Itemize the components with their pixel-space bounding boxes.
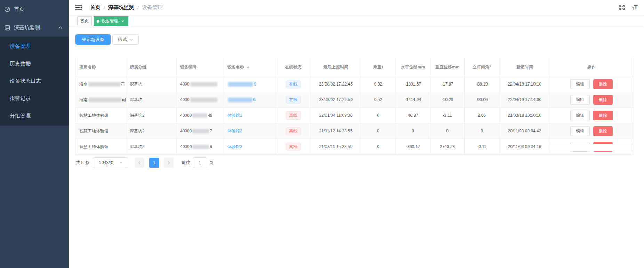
monitor-icon xyxy=(5,25,10,31)
redacted-blur xyxy=(192,129,209,133)
cell-text: 40000 xyxy=(180,144,192,149)
sidebar-item-device-status-log[interactable]: 设备状态日志 xyxy=(0,72,69,90)
cell-actions: 编辑删除 xyxy=(550,76,633,92)
cell-group: 深基坑2 xyxy=(126,108,177,123)
cell-text: 4000 xyxy=(180,97,190,102)
cell-project: 海南司 xyxy=(76,92,126,108)
dashboard-icon xyxy=(5,7,10,12)
edit-button[interactable]: 编辑 xyxy=(570,79,590,89)
cell-h_disp: 46.37 xyxy=(396,108,430,123)
sort-caret-icons[interactable] xyxy=(246,65,249,70)
cell-reg_time: 22/04/19 17:14:30 xyxy=(499,92,550,108)
total-count-label: 共 5 条 xyxy=(75,160,89,166)
goto-label: 前往 xyxy=(181,160,190,166)
redacted-blur xyxy=(190,98,217,102)
redacted-blur xyxy=(190,82,217,87)
filter-button[interactable]: 筛选 xyxy=(112,34,139,45)
chevron-down-icon xyxy=(119,162,123,164)
page-number-1[interactable]: 1 xyxy=(149,158,159,168)
cell-text: 7 xyxy=(210,129,212,133)
col-header-last-report: 最后上报时间 xyxy=(311,58,361,76)
device-name-link[interactable]: 6 xyxy=(227,97,256,102)
sidebar-item-history-data[interactable]: 历史数据 xyxy=(0,55,69,72)
cell-text: 6 xyxy=(253,97,256,102)
col-header-device-name[interactable]: 设备名称 xyxy=(224,58,276,76)
cell-h_disp: -1391.67 xyxy=(396,76,430,92)
col-header-tilt: 立杆倾角° xyxy=(465,58,499,76)
cell-v_disp: -3.11 xyxy=(430,108,465,123)
edit-button[interactable]: 编辑 xyxy=(570,111,590,120)
redacted-blur xyxy=(88,82,120,87)
cell-last_report: 22/01/04 11:09:36 xyxy=(311,108,361,123)
tag-home[interactable]: 首页 xyxy=(77,16,92,26)
col-header-weight: 承重t xyxy=(361,58,396,76)
delete-button[interactable]: 删除 xyxy=(593,79,613,89)
tag-device-mgmt[interactable]: 设备管理 × xyxy=(94,16,128,26)
table-row: 智慧工地体验馆深基坑2400006体验馆3离线21/08/11 15:38:59… xyxy=(76,139,633,155)
cell-status: 离线 xyxy=(276,139,311,155)
register-device-button[interactable]: 登记新设备 xyxy=(75,34,111,45)
sidebar-item-label: 首页 xyxy=(14,6,24,13)
fullscreen-icon[interactable] xyxy=(619,4,625,11)
edit-button[interactable]: 编辑 xyxy=(570,95,590,105)
device-name-link[interactable]: 体验馆2 xyxy=(227,129,242,133)
cell-device_no: 4000 xyxy=(177,76,224,92)
sidebar-item-device-mgmt[interactable]: 设备管理 xyxy=(0,38,69,55)
cell-group: 深基坑 xyxy=(126,76,177,92)
cell-group: 深基坑 xyxy=(126,92,177,108)
col-header-h-disp: 水平位移mm xyxy=(396,58,430,76)
cell-device_no: 4000048 xyxy=(177,108,224,123)
cell-device_name: 体验馆3 xyxy=(224,139,276,155)
delete-button[interactable]: 删除 xyxy=(593,126,613,136)
hamburger-icon[interactable] xyxy=(75,4,82,11)
cell-tilt: 2.66 xyxy=(465,108,499,123)
cell-reg_time: 22/04/19 17:10:10 xyxy=(499,76,550,92)
breadcrumb-deep-pit-monitor[interactable]: 深基坑监测 xyxy=(108,4,134,11)
device-name-link[interactable]: 9 xyxy=(227,82,256,87)
fixed-column-clip xyxy=(550,144,633,151)
cell-last_report: 23/08/02 17:22:45 xyxy=(311,76,361,92)
status-tag-offline: 离线 xyxy=(286,111,301,120)
cell-h_disp: -1414.94 xyxy=(396,92,430,108)
font-size-icon[interactable]: TT xyxy=(632,5,638,10)
sidebar-item-deep-pit-monitor[interactable]: 深基坑监测 xyxy=(0,18,69,37)
edit-button[interactable]: 编辑 xyxy=(570,126,590,136)
cell-text: 司 xyxy=(121,82,125,87)
page-size-select[interactable]: 10条/页 xyxy=(93,157,128,168)
device-name-link[interactable]: 体验馆3 xyxy=(227,144,242,149)
col-header-device-no: 设备编号 xyxy=(177,58,224,76)
delete-button[interactable]: 删除 xyxy=(593,111,613,120)
status-tag-offline: 离线 xyxy=(286,127,301,135)
device-name-link[interactable]: 体验馆1 xyxy=(227,113,242,118)
cell-status: 在线 xyxy=(276,92,311,108)
cell-tilt: -90.06 xyxy=(465,92,499,108)
delete-button[interactable]: 删除 xyxy=(593,95,613,105)
cell-device_name: 6 xyxy=(224,92,276,108)
col-header-actions: 操作 xyxy=(550,58,633,76)
cell-device_name: 9 xyxy=(224,76,276,92)
goto-page-input[interactable] xyxy=(193,157,206,168)
chevron-up-icon xyxy=(58,26,62,29)
chevron-right-icon xyxy=(168,161,170,165)
col-header-group: 所属分组 xyxy=(126,58,177,76)
cell-h_disp: 0 xyxy=(396,123,430,139)
prev-page-button[interactable] xyxy=(135,158,144,168)
cell-actions: 编辑删除 xyxy=(550,123,633,139)
cell-last_report: 21/08/11 15:38:59 xyxy=(311,139,361,155)
next-page-button[interactable] xyxy=(164,158,174,168)
redacted-blur xyxy=(228,98,252,102)
cell-weight: 0.02 xyxy=(361,76,396,92)
sidebar-item-home[interactable]: 首页 xyxy=(0,0,69,18)
sidebar-item-group-mgmt[interactable]: 分组管理 xyxy=(0,107,69,124)
redacted-blur xyxy=(192,145,209,149)
breadcrumb-home[interactable]: 首页 xyxy=(90,4,100,11)
cell-text: 9 xyxy=(254,82,256,87)
close-icon[interactable]: × xyxy=(120,19,125,24)
cell-text: 智慧工地体验馆 xyxy=(79,113,108,118)
cell-status: 在线 xyxy=(276,76,311,92)
cell-text: 体验馆1 xyxy=(227,113,242,118)
sidebar-item-alarm-records[interactable]: 报警记录 xyxy=(0,90,69,107)
cell-text: 司 xyxy=(122,97,126,102)
cell-text: 48 xyxy=(208,113,212,118)
col-header-v-disp: 垂直位移mm xyxy=(430,58,465,76)
